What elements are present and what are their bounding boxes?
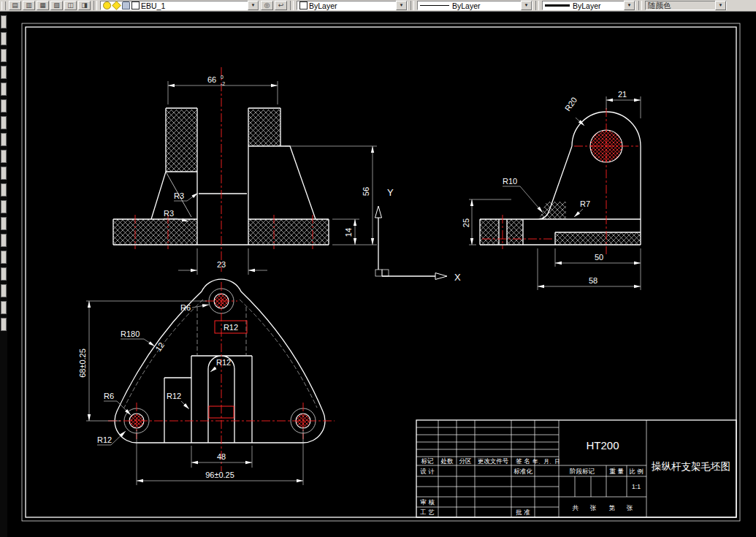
layer-unisolate-button[interactable]: ▧ (50, 1, 63, 10)
ucs-x-label: X (454, 272, 461, 283)
hatch-side-base-a (480, 219, 499, 245)
left-toolbar-button[interactable] (1, 251, 7, 264)
toolbar-separator (93, 1, 97, 10)
color-swatch-icon (299, 1, 308, 9)
dim-r12-corner: R12 (97, 435, 112, 444)
toolbar-grip[interactable] (1, 1, 6, 10)
left-toolbar-button[interactable] (1, 217, 7, 230)
dim-66-tol-lower: -2 (221, 81, 225, 86)
left-toolbar-button[interactable] (1, 284, 7, 297)
left-toolbar-button[interactable] (1, 133, 7, 146)
drawing-canvas[interactable]: 66 0 -2 23 14 56 R3 R3 21 (0, 0, 756, 537)
hatch-side-pad (555, 232, 641, 245)
layer-properties-button[interactable]: ▤ (9, 1, 21, 10)
drawing-title: 操纵杆支架毛坯图 (651, 461, 730, 472)
left-toolbar-button[interactable] (1, 32, 7, 45)
chevron-down-icon[interactable]: ▼ (248, 1, 259, 10)
dim-66-tol-upper: 0 (221, 75, 224, 80)
left-toolbar-button[interactable] (1, 234, 7, 247)
left-toolbar-button[interactable] (1, 200, 7, 213)
hatch-left-post (166, 110, 197, 172)
dim-r6-top: R6 (180, 303, 191, 312)
dim-r7: R7 (580, 199, 590, 208)
ucs-y-label: Y (387, 187, 394, 198)
material-value: HT200 (586, 439, 619, 452)
left-toolbar-button[interactable] (1, 49, 7, 62)
dim-58: 58 (589, 276, 597, 285)
layer-on-icon[interactable] (103, 1, 111, 9)
dim-r12-boxed: R12 (224, 323, 238, 332)
dim-56: 56 (362, 187, 370, 196)
layer-freeze-button[interactable]: ◫ (64, 1, 77, 10)
left-toolbar-button[interactable] (1, 83, 7, 96)
chevron-down-icon[interactable]: ▼ (396, 1, 407, 10)
design-label: 设 计 (420, 468, 435, 475)
chevron-down-icon[interactable]: ▼ (715, 1, 726, 10)
rev-header-mark: 标记 (421, 457, 435, 465)
color-combo[interactable]: ByLayer ▼ (297, 1, 408, 10)
check-label: 审 核 (420, 498, 435, 506)
dim-14: 14 (344, 228, 353, 237)
toolbar-separator (535, 1, 539, 10)
scale-value: 1:1 (632, 483, 641, 490)
layer-lock-icon[interactable] (122, 1, 130, 9)
layer-off-button[interactable]: ◨ (78, 1, 91, 10)
dim-r12-arch: R12 (216, 358, 231, 367)
layer-thaw-icon[interactable] (112, 1, 121, 9)
dim-r3-b: R3 (164, 209, 174, 218)
hatch-base-left (113, 219, 197, 245)
toolbar-separator (638, 1, 642, 10)
rev-header-date: 年、月、日 (532, 458, 560, 465)
dim-r10: R10 (503, 177, 517, 186)
dim-r12-mid: R12 (167, 392, 181, 400)
left-toolbar-button[interactable] (1, 116, 7, 129)
sheet-total-label: 共 (572, 504, 579, 511)
toolbar-separator (411, 1, 414, 10)
linetype-combo-value: ByLayer (452, 1, 521, 10)
layer-combo-value: EBU_1 (141, 1, 248, 10)
color-combo-value: ByLayer (309, 1, 396, 10)
chevron-down-icon[interactable]: ▼ (521, 1, 532, 10)
left-toolbar-button[interactable] (1, 318, 7, 331)
dim-96: 96±0.25 (205, 471, 234, 479)
hatch-side-base-b (507, 219, 523, 245)
linetype-combo[interactable]: ByLayer ▼ (417, 1, 532, 10)
make-object-layer-current-button[interactable]: ◎ (261, 1, 273, 10)
plot-style-combo[interactable]: 随颜色 ▼ (645, 1, 727, 10)
approve-label: 批 准 (515, 509, 530, 516)
layer-combo[interactable]: EBU_1 ▼ (100, 1, 259, 10)
weight-label: 重 量 (609, 468, 624, 475)
dim-50: 50 (595, 253, 603, 262)
left-toolbar-button[interactable] (1, 99, 7, 113)
left-toolbar-button[interactable] (1, 66, 7, 79)
layer-states-button[interactable]: ▥ (23, 1, 35, 10)
sheet-no-label: 第 (609, 504, 616, 511)
dim-48: 48 (217, 452, 226, 461)
dim-66: 66 (207, 75, 216, 84)
lineweight-combo[interactable]: ByLayer ▼ (542, 1, 635, 10)
dim-r3-a: R3 (174, 191, 184, 200)
left-toolbar-button[interactable] (1, 183, 7, 197)
plot-style-combo-value: 随颜色 (648, 1, 715, 11)
layer-isolate-button[interactable]: ▦ (37, 1, 49, 10)
left-toolbar-button[interactable] (1, 267, 7, 281)
chevron-down-icon[interactable]: ▼ (624, 1, 635, 10)
hatch-right-post (248, 110, 280, 146)
lineweight-combo-value: ByLayer (573, 1, 624, 10)
dim-25: 25 (462, 218, 470, 227)
rev-header-docno: 更改文件号 (478, 457, 509, 465)
stage-mark-label: 阶段标记 (570, 468, 595, 475)
left-toolbar-button[interactable] (1, 301, 7, 314)
left-toolbar-button[interactable] (1, 150, 7, 163)
left-toolbar-button[interactable] (1, 15, 7, 28)
process-label: 工 艺 (419, 509, 435, 516)
layer-previous-button[interactable]: ↩ (275, 1, 287, 10)
sheet-no-unit: 张 (627, 504, 633, 511)
rev-header-zone: 分区 (459, 457, 472, 465)
dim-r6-bottom: R6 (104, 392, 114, 400)
linetype-sample-icon (420, 5, 449, 6)
rev-header-count: 处数 (441, 457, 454, 465)
left-toolbar-button[interactable] (1, 167, 7, 180)
dim-21: 21 (618, 90, 627, 99)
dim-23: 23 (217, 260, 226, 269)
